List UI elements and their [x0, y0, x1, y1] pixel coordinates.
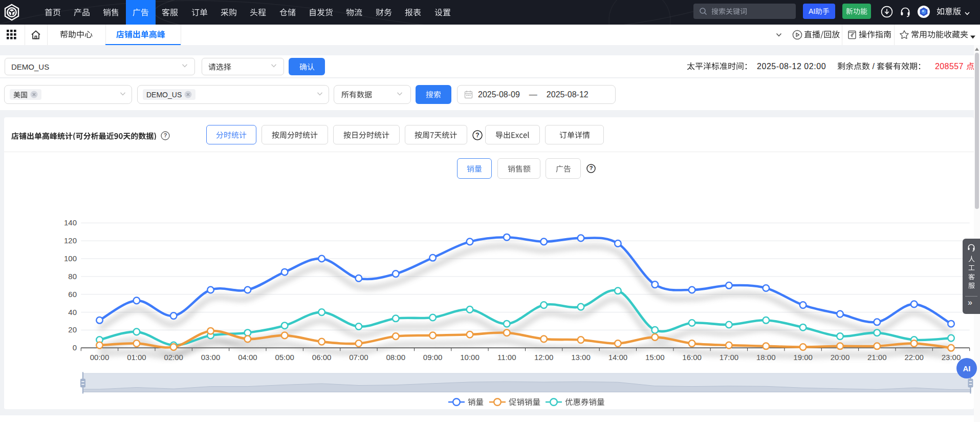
- svg-text:?: ?: [164, 132, 167, 138]
- svg-text:?: ?: [475, 132, 479, 139]
- svg-text:?: ?: [590, 165, 593, 171]
